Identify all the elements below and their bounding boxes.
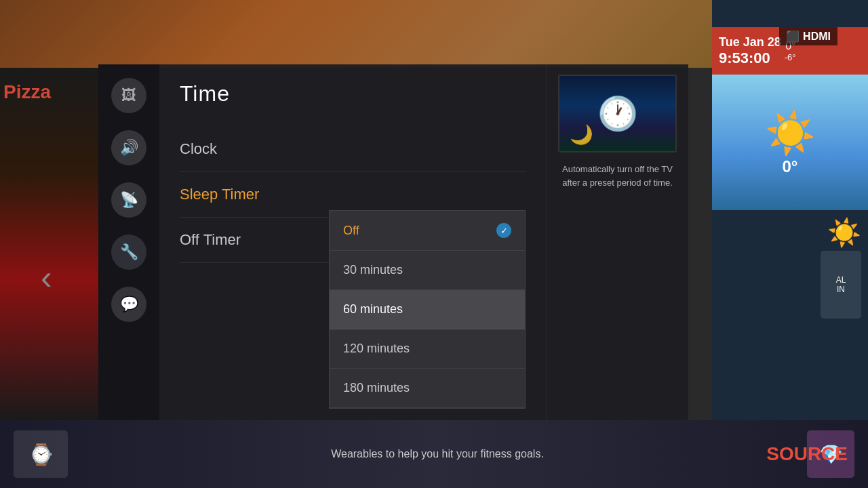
- menu-item-clock-label: Clock: [180, 140, 217, 157]
- nav-arrow-left[interactable]: ‹: [41, 258, 52, 297]
- menu-item-sleep-timer-label: Sleep Timer: [180, 186, 259, 203]
- dropdown-option-180min[interactable]: 180 minutes: [330, 369, 525, 408]
- hdmi-icon: ⬛: [786, 30, 800, 43]
- dropdown-option-60min[interactable]: 60 minutes: [330, 290, 525, 329]
- menu-item-clock[interactable]: Clock: [180, 127, 526, 172]
- settings-panel: 🖼 🔊 📡 🔧 💬 Time Clock Sleep Timer Off Tim…: [98, 64, 688, 420]
- dropdown-option-30min[interactable]: 30 minutes: [330, 251, 525, 290]
- page-title: Time: [180, 81, 526, 106]
- right-tv-panel: Tue Jan 28 9:53:00 0° -6° ⬛ HDMI ☀️ 0° ☀…: [712, 0, 868, 488]
- source-label[interactable]: SOURCE: [766, 443, 848, 465]
- hdmi-badge: ⬛ HDMI: [779, 27, 837, 45]
- weather-panel: ☀️ 0°: [712, 75, 868, 210]
- info-preview: 🕐 🌙: [558, 75, 677, 152]
- ad-text: ALIN: [833, 272, 850, 298]
- dropdown-option-30min-label: 30 minutes: [343, 263, 403, 277]
- dropdown-option-off[interactable]: Off ✓: [330, 211, 525, 251]
- dropdown-option-180min-label: 180 minutes: [343, 381, 410, 395]
- dropdown-option-120min-label: 120 minutes: [343, 342, 410, 356]
- sidebar-icon-support[interactable]: 💬: [111, 287, 146, 322]
- weather-temp: 0°: [783, 157, 798, 176]
- sidebar-icon-sound[interactable]: 🔊: [111, 130, 146, 165]
- info-description: Automatically turn off the TV after a pr…: [557, 163, 678, 189]
- clock-preview-icon: 🕐: [597, 95, 638, 133]
- hdmi-label: HDMI: [803, 30, 831, 43]
- dropdown-option-120min[interactable]: 120 minutes: [330, 329, 525, 369]
- info-panel: 🕐 🌙 Automatically turn off the TV after …: [546, 64, 688, 420]
- main-content: Time Clock Sleep Timer Off Timer Off ✓ 3…: [159, 64, 546, 420]
- sidebar-icon-picture[interactable]: 🖼: [111, 78, 146, 113]
- sleep-timer-dropdown: Off ✓ 30 minutes 60 minutes 120 minutes …: [329, 210, 526, 409]
- right-weather-sun: ☀️: [827, 217, 861, 249]
- status-date: Tue Jan 28: [719, 35, 781, 49]
- sidebar-icon-settings[interactable]: 🔧: [111, 235, 146, 270]
- moon-icon: 🌙: [570, 123, 593, 146]
- bottom-banner: ⌚ Wearables to help you hit your fitness…: [0, 420, 868, 488]
- pizza-text: Pizza: [3, 81, 51, 103]
- status-time: 9:53:00: [719, 49, 781, 67]
- right-ad-block: ALIN: [821, 251, 861, 319]
- banner-text: Wearables to help you hit your fitness g…: [81, 448, 793, 460]
- check-icon: ✓: [496, 223, 511, 238]
- dropdown-option-off-label: Off: [343, 224, 359, 238]
- dropdown-option-60min-label: 60 minutes: [343, 302, 403, 317]
- sidebar-icon-channel[interactable]: 📡: [111, 182, 146, 218]
- menu-item-off-timer-label: Off Timer: [180, 231, 241, 248]
- weather-icon: ☀️: [765, 109, 816, 157]
- banner-icon-left: ⌚: [14, 430, 68, 478]
- sidebar: 🖼 🔊 📡 🔧 💬: [98, 64, 159, 420]
- left-tv-content: Pizza: [0, 68, 98, 420]
